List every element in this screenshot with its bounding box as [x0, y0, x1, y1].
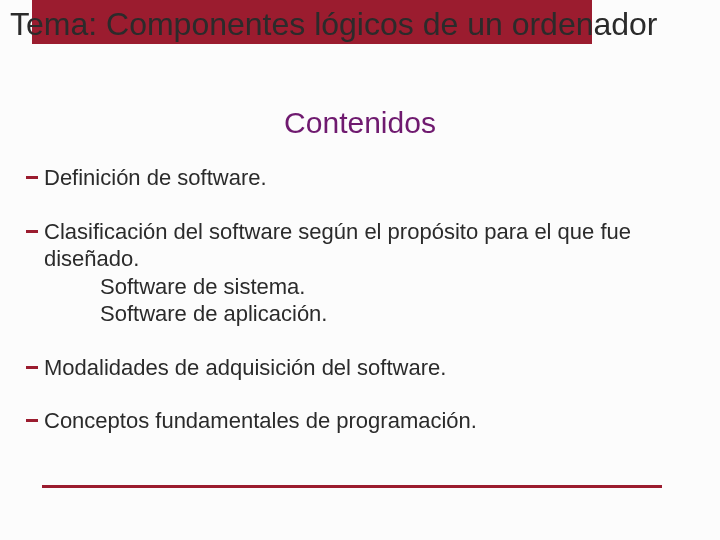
bullet-dash-icon: [26, 419, 38, 422]
bullet-dash-icon: [26, 230, 38, 233]
slide-subtitle: Contenidos: [0, 106, 720, 140]
divider-line: [42, 485, 662, 488]
bullet-dash-icon: [26, 366, 38, 369]
sub-item-text: Software de sistema.: [14, 273, 706, 301]
item-text: Modalidades de adquisición del software.: [44, 355, 446, 380]
list-item: Definición de software.: [14, 164, 706, 192]
bullet-dash-icon: [26, 176, 38, 179]
slide-title: Tema: Componentes lógicos de un ordenado…: [10, 6, 710, 43]
item-text: Conceptos fundamentales de programación.: [44, 408, 477, 433]
list-item: Conceptos fundamentales de programación.: [14, 407, 706, 435]
sub-item-text: Software de aplicación.: [14, 300, 706, 328]
list-item: Clasificación del software según el prop…: [14, 218, 706, 328]
list-item: Modalidades de adquisición del software.: [14, 354, 706, 382]
item-text: Definición de software.: [44, 165, 267, 190]
item-text: Clasificación del software según el prop…: [44, 219, 631, 272]
content-body: Definición de software. Clasificación de…: [14, 164, 706, 461]
